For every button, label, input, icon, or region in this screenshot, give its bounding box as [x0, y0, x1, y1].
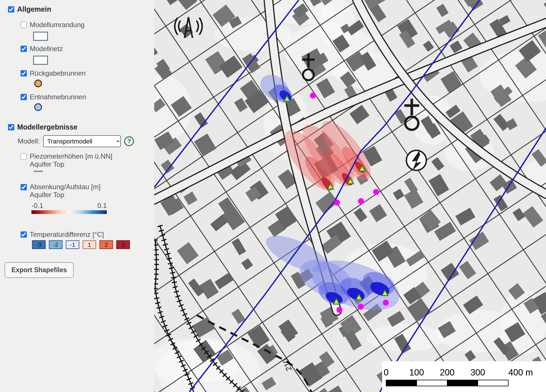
- entnahmebrunnen-legend-swatch: [34, 103, 42, 111]
- map-canvas[interactable]: 210: [154, 0, 546, 392]
- observation-point-marker: [334, 200, 340, 206]
- allgemein-label: Allgemein: [17, 5, 51, 13]
- observation-point-marker: [383, 300, 389, 306]
- temperaturdifferenz-label: Temperaturdifferenz [°C]: [30, 231, 104, 239]
- modellnetz-label: Modellnetz: [30, 45, 63, 53]
- scalebar-tick-label: 0: [384, 367, 388, 377]
- rueckgabebrunnen-legend-swatch: [34, 80, 42, 87]
- temp-class-chip: -1: [66, 240, 79, 249]
- help-icon[interactable]: ?: [124, 136, 134, 146]
- modellnetz-checkbox[interactable]: [21, 46, 27, 52]
- observation-point-marker: [337, 307, 343, 313]
- allgemein-checkbox[interactable]: [8, 6, 14, 13]
- modellnetz-legend-swatch: [33, 56, 48, 65]
- absenkung-gradient-labels: -0.1 0.1: [31, 202, 107, 210]
- temperaturdifferenz-checkbox[interactable]: [21, 231, 27, 238]
- temp-class-chip: 2: [99, 240, 113, 249]
- scalebar-tick-label: 300: [470, 367, 485, 377]
- absenkung-label: Absenkung/Aufstau [m] Aquifer Top: [30, 183, 101, 199]
- entnahmebrunnen-label: Entnahmebrunnen: [30, 93, 86, 101]
- modellergebnisse-label: Modellergebnisse: [17, 123, 77, 131]
- layer-control-sidebar: Allgemein Modellumrandung Modellnetz Rüc…: [0, 0, 154, 392]
- rueckgabebrunnen-checkbox[interactable]: [21, 70, 27, 76]
- layer-rueckgabebrunnen: Rückgabebrunnen: [21, 69, 154, 77]
- temp-class-chip: 1: [83, 240, 96, 249]
- model-select-row: Modell: Transportmodell ?: [18, 135, 154, 147]
- gradient-min-label: -0.1: [31, 202, 43, 210]
- layer-modellnetz: Modellnetz: [21, 45, 154, 53]
- temp-class-chip: 3: [116, 240, 130, 249]
- model-select[interactable]: Transportmodell: [43, 135, 121, 147]
- observation-point-marker: [373, 189, 379, 195]
- layer-modellumrandung: Modellumrandung: [21, 21, 154, 29]
- model-select-label: Modell:: [18, 137, 40, 145]
- scalebar-tick-label: 100: [409, 367, 424, 377]
- entnahmebrunnen-checkbox[interactable]: [21, 94, 27, 100]
- observation-point-marker: [358, 198, 364, 204]
- modellumrandung-checkbox[interactable]: [21, 22, 27, 28]
- export-shapefiles-button[interactable]: Export Shapefiles: [5, 262, 74, 278]
- map-svg: 210: [154, 0, 546, 392]
- layer-entnahmebrunnen: Entnahmebrunnen: [21, 93, 154, 101]
- temp-class-chip: -2: [49, 240, 63, 249]
- piezometerhoehen-legend-line: [34, 171, 43, 172]
- layer-temperaturdifferenz: Temperaturdifferenz [°C]: [21, 231, 154, 239]
- absenkung-checkbox[interactable]: [21, 184, 27, 190]
- group-modellergebnisse: Modellergebnisse: [8, 123, 154, 131]
- absenkung-gradient-bar: [31, 210, 107, 214]
- power-station-icon: [406, 150, 426, 171]
- scalebar: 0100200300400 m: [382, 361, 546, 392]
- modellumrandung-legend-swatch: [33, 32, 48, 41]
- piezometerhoehen-checkbox[interactable]: [21, 153, 27, 160]
- temp-class-chip: -3: [32, 240, 46, 249]
- basemap-layer: [154, 0, 546, 392]
- gradient-max-label: 0.1: [97, 202, 107, 210]
- temperature-legend-classes: -3-2-1123: [32, 240, 154, 249]
- layer-absenkung: Absenkung/Aufstau [m] Aquifer Top: [21, 183, 154, 199]
- observation-point-marker: [358, 304, 364, 310]
- piezometerhoehen-label: Piezometerhöhen [m ü.NN] Aquifer Top: [30, 152, 112, 168]
- observation-point-marker: [310, 93, 316, 99]
- layer-piezometerhoehen: Piezometerhöhen [m ü.NN] Aquifer Top: [21, 152, 154, 168]
- group-allgemein: Allgemein: [8, 5, 154, 13]
- modellumrandung-label: Modellumrandung: [30, 21, 85, 29]
- modellergebnisse-checkbox[interactable]: [8, 124, 14, 130]
- rueckgabebrunnen-label: Rückgabebrunnen: [30, 69, 86, 77]
- scalebar-tick-label: 400 m: [508, 367, 533, 377]
- scalebar-tick-label: 200: [440, 367, 455, 377]
